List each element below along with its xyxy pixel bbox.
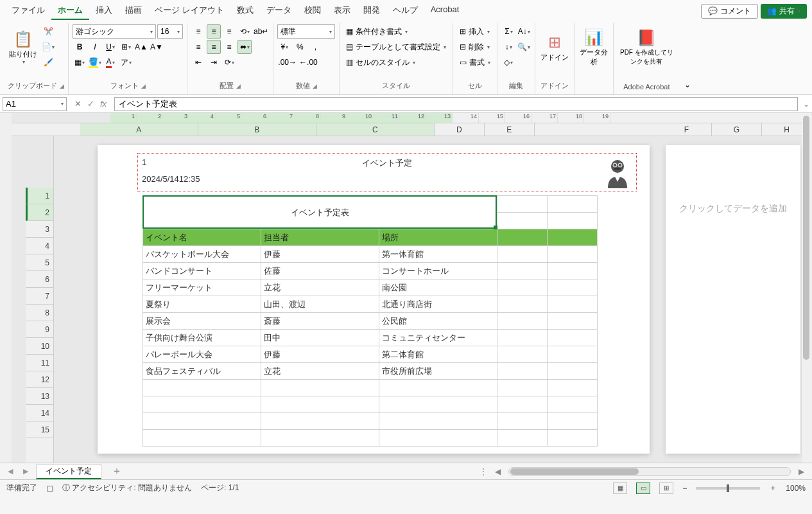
- row-header-2[interactable]: 2: [26, 204, 53, 221]
- menu-tab-表示[interactable]: 表示: [327, 2, 357, 20]
- cell[interactable]: 市役所前広場: [379, 363, 497, 380]
- percent-button[interactable]: %: [293, 40, 307, 54]
- cell[interactable]: 担当者: [261, 229, 379, 246]
- orientation2-button[interactable]: ⟳▾: [222, 55, 236, 69]
- row-header-11[interactable]: 11: [26, 355, 53, 371]
- cell[interactable]: 立花: [261, 363, 379, 380]
- align-center-button[interactable]: ≡: [207, 40, 221, 54]
- cell[interactable]: 伊藤: [261, 246, 379, 263]
- bold-button[interactable]: B: [73, 40, 87, 54]
- cell[interactable]: [548, 346, 598, 363]
- menu-tab-ホーム[interactable]: ホーム: [51, 2, 89, 20]
- cell[interactable]: [497, 213, 548, 229]
- name-box[interactable]: A1▾: [3, 97, 67, 111]
- cell[interactable]: [497, 279, 548, 296]
- dialog-launcher-icon[interactable]: ◢: [60, 83, 64, 89]
- border-button[interactable]: ⊞▾: [119, 40, 133, 54]
- merge-button[interactable]: ⬌▾: [238, 40, 252, 54]
- accessibility-status[interactable]: ⓘ アクセシビリティ: 問題ありません: [62, 483, 192, 493]
- cell[interactable]: [497, 246, 548, 263]
- formula-input[interactable]: イベント予定表: [114, 97, 798, 111]
- menu-tab-ヘルプ[interactable]: ヘルプ: [386, 2, 424, 20]
- cell[interactable]: 展示会: [143, 313, 261, 330]
- currency-button[interactable]: ¥▾: [277, 40, 291, 54]
- cell[interactable]: [497, 430, 548, 447]
- cell[interactable]: [548, 413, 598, 430]
- macro-record-icon[interactable]: ▢: [46, 484, 53, 493]
- cell[interactable]: 斎藤: [261, 313, 379, 330]
- increase-indent-button[interactable]: ⇥: [207, 55, 221, 69]
- conditional-format-button[interactable]: ▦条件付き書式▾: [343, 24, 449, 39]
- row-header-6[interactable]: 6: [26, 271, 53, 288]
- row-header-7[interactable]: 7: [26, 288, 53, 305]
- column-header-E[interactable]: E: [485, 123, 535, 136]
- menu-tab-Acrobat[interactable]: Acrobat: [424, 2, 466, 20]
- title-cell[interactable]: イベント予定表: [143, 196, 497, 229]
- row-header-8[interactable]: 8: [26, 305, 53, 321]
- add-sheet-button[interactable]: ＋: [107, 465, 127, 478]
- cell[interactable]: バレーボール大会: [143, 346, 261, 363]
- scrollbar-thumb[interactable]: [510, 468, 639, 475]
- menu-tab-挿入[interactable]: 挿入: [89, 2, 119, 20]
- fill-button[interactable]: ↓▾: [501, 40, 515, 54]
- addin-button[interactable]: ⊞ アドイン: [539, 24, 570, 71]
- row-header-1[interactable]: 1: [26, 188, 53, 204]
- zoom-level[interactable]: 100%: [786, 484, 806, 493]
- horizontal-scrollbar[interactable]: [508, 467, 791, 476]
- format-painter-button[interactable]: 🖌️: [41, 55, 55, 69]
- page-layout-view-button[interactable]: ▭: [636, 483, 650, 494]
- cell[interactable]: [548, 296, 598, 313]
- column-header-C[interactable]: C: [316, 123, 435, 136]
- row-header-4[interactable]: 4: [26, 238, 53, 254]
- cell[interactable]: [548, 330, 598, 346]
- sheet-tab[interactable]: イベント予定: [36, 464, 101, 479]
- insert-cells-button[interactable]: ⊞挿入▾: [457, 24, 493, 39]
- cell[interactable]: 北通り商店街: [379, 296, 497, 313]
- cell[interactable]: [548, 263, 598, 279]
- cell[interactable]: 子供向け舞台公演: [143, 330, 261, 346]
- cell[interactable]: [548, 380, 598, 396]
- cell[interactable]: 立花: [261, 279, 379, 296]
- cell[interactable]: 第二体育館: [379, 346, 497, 363]
- share-button[interactable]: 👥 共有 ▾: [761, 4, 807, 19]
- comma-button[interactable]: ,: [308, 40, 322, 54]
- tab-next-button[interactable]: ▶: [21, 467, 31, 475]
- cell[interactable]: [379, 413, 497, 430]
- row-header-12[interactable]: 12: [26, 371, 53, 388]
- font-color-button[interactable]: A▾: [103, 55, 117, 69]
- decrease-decimal-button[interactable]: ←.00: [298, 55, 318, 69]
- cell[interactable]: [548, 229, 598, 246]
- cell[interactable]: [497, 396, 548, 413]
- comment-button[interactable]: 💬 コメント: [701, 4, 758, 19]
- cell[interactable]: [497, 296, 548, 313]
- cell[interactable]: バンドコンサート: [143, 263, 261, 279]
- cell[interactable]: [143, 396, 261, 413]
- cell[interactable]: [497, 346, 548, 363]
- cell[interactable]: [497, 330, 548, 346]
- orientation-button[interactable]: ⟲▾: [238, 24, 252, 39]
- menu-tab-校閲[interactable]: 校閲: [298, 2, 327, 20]
- underline-button[interactable]: U▾: [103, 40, 117, 54]
- cell[interactable]: [497, 313, 548, 330]
- cell[interactable]: [497, 263, 548, 279]
- increase-font-button[interactable]: A▲: [134, 40, 148, 54]
- menu-tab-データ[interactable]: データ: [260, 2, 298, 20]
- sort-filter-button[interactable]: A↓▾: [517, 24, 531, 39]
- cell[interactable]: [548, 363, 598, 380]
- find-button[interactable]: 🔍▾: [517, 40, 531, 54]
- fill-color-button[interactable]: 🪣▾: [88, 55, 102, 69]
- menu-tab-描画[interactable]: 描画: [119, 2, 148, 20]
- hscroll-right-button[interactable]: ▶: [796, 467, 807, 476]
- cell[interactable]: [379, 430, 497, 447]
- menu-tab-ファイル[interactable]: ファイル: [5, 2, 51, 20]
- cell[interactable]: [497, 380, 548, 396]
- align-right-button[interactable]: ≡: [222, 40, 236, 54]
- row-header-3[interactable]: 3: [26, 221, 53, 238]
- fx-cancel-button[interactable]: ✕: [72, 98, 83, 110]
- cell[interactable]: [143, 430, 261, 447]
- fx-function-button[interactable]: fx: [98, 98, 109, 110]
- cell[interactable]: [548, 196, 598, 213]
- cell[interactable]: [548, 279, 598, 296]
- borders-button[interactable]: ▦▾: [73, 55, 87, 69]
- cell[interactable]: バスケットボール大会: [143, 246, 261, 263]
